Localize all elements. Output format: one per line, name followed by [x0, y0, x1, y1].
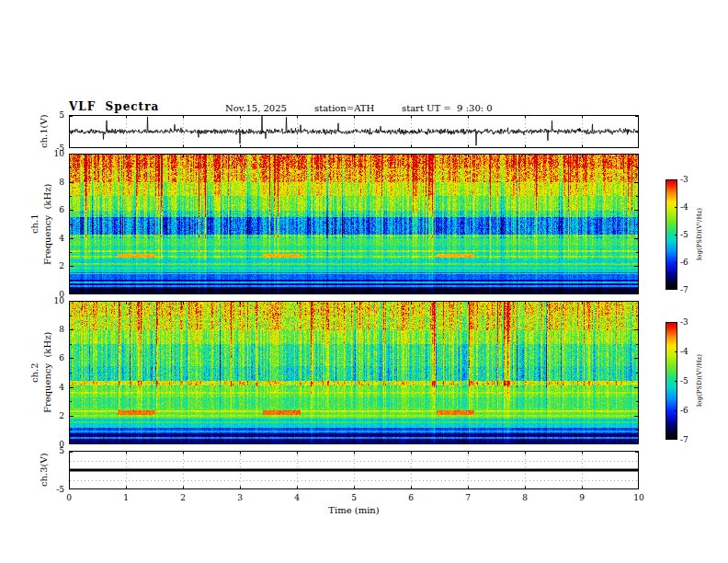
colorbar2-tick-label: -3: [680, 317, 688, 327]
colorbar1-tick-label: -4: [680, 202, 688, 212]
ch1-voltage-tick-label: 5: [59, 110, 64, 120]
colorbar1-tick-label: -7: [680, 285, 688, 294]
x-axis-title: Time (min): [69, 505, 639, 515]
ch1-voltage-axis-label: ch.1(V): [38, 115, 49, 148]
x-tick-label: 1: [123, 493, 129, 502]
colorbar1-label: log(PSD)(V²/Hz): [695, 178, 704, 292]
spec1-channel-label: ch.1: [28, 154, 40, 294]
ch2-colorbar: [665, 322, 677, 440]
figure-title: VLF Spectra: [69, 100, 159, 113]
ch1-spectrogram-canvas: [69, 154, 639, 294]
ch2-frequency-tick-label: 0: [59, 440, 64, 449]
colorbar1-tick-label: -3: [680, 175, 688, 184]
ch1-frequency-tick-label: 4: [59, 234, 64, 243]
colorbar2-tick-label: -6: [680, 406, 688, 415]
vlf-spectra-figure: VLF Spectra Nov.15, 2025 station=ATH sta…: [0, 0, 728, 563]
spec2-frequency-axis-label: Frequency (kHz): [41, 301, 52, 444]
spec2-channel-label: ch.2: [28, 301, 40, 444]
colorbar2-tick-label: -4: [680, 347, 688, 356]
ch1-frequency-tick-label: 10: [54, 149, 64, 158]
ch3-waveform-canvas: [69, 451, 639, 489]
spec1-frequency-axis-label: Frequency (kHz): [41, 154, 52, 294]
ch3-voltage-tick-label: -5: [56, 485, 64, 494]
station-label: station=ATH: [314, 103, 374, 113]
x-tick-label: 6: [408, 493, 414, 502]
x-tick-label: 8: [522, 493, 528, 502]
ch2-frequency-tick-label: 10: [54, 296, 64, 305]
colorbar1-tick-label: -5: [680, 230, 688, 239]
x-tick-label: 3: [237, 493, 243, 502]
x-tick-label: 4: [294, 493, 300, 502]
ch1-waveform-canvas: [69, 115, 639, 148]
ch2-frequency-tick-label: 2: [59, 411, 64, 420]
colorbar2-tick-label: -5: [680, 376, 688, 385]
ch1-colorbar: [665, 179, 677, 290]
ch2-frequency-tick-label: 8: [59, 325, 64, 334]
ch2-frequency-tick-label: 6: [59, 353, 64, 362]
x-tick-label: 2: [180, 493, 186, 502]
date-label: Nov.15, 2025: [225, 103, 287, 113]
ch3-voltage-axis-label: ch.3(V): [38, 451, 49, 489]
x-tick-label: 0: [66, 493, 72, 502]
ch1-frequency-tick-label: 8: [59, 178, 64, 187]
colorbar2-label: log(PSD)(V²/Hz): [695, 320, 704, 442]
ch1-frequency-tick-label: 6: [59, 205, 64, 214]
ch2-frequency-tick-label: 4: [59, 383, 64, 392]
x-tick-label: 7: [465, 493, 471, 502]
x-tick-label: 10: [633, 493, 643, 502]
ch1-frequency-tick-label: 2: [59, 261, 64, 270]
colorbar1-tick-label: -6: [680, 258, 688, 267]
x-tick-label: 5: [351, 493, 357, 502]
start-ut-label: start UT = 9 :30: 0: [402, 103, 493, 113]
x-tick-label: 9: [579, 493, 585, 502]
colorbar2-tick-label: -7: [680, 435, 688, 444]
ch2-spectrogram-canvas: [69, 301, 639, 444]
